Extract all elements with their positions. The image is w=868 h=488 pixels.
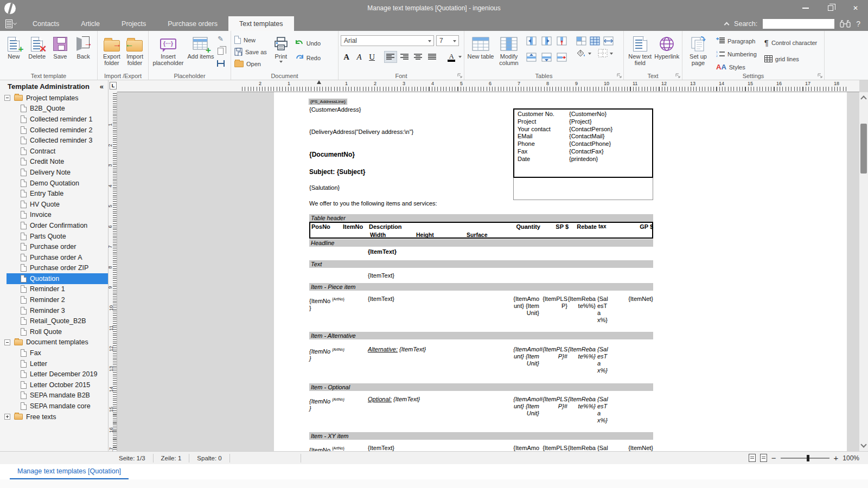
zoom-slider[interactable] bbox=[781, 458, 829, 459]
align-right-button[interactable] bbox=[398, 51, 411, 63]
scroll-down-icon[interactable] bbox=[860, 441, 866, 447]
bottom-tab-active[interactable]: Manage text templates [Quotation] bbox=[10, 465, 129, 479]
band-piece-item[interactable]: Item - Piece item bbox=[309, 283, 653, 291]
tree-item[interactable]: Reminder 2 bbox=[0, 294, 108, 305]
placeholder-document-no[interactable]: {DocumentNo} bbox=[309, 151, 355, 158]
binoculars-icon[interactable] bbox=[840, 20, 851, 28]
tree-item[interactable]: B2B_Quote bbox=[0, 104, 108, 114]
band-text[interactable]: Text bbox=[309, 260, 653, 268]
placeholder-ps-addressline[interactable]: {PS_AddressLine} bbox=[309, 99, 347, 104]
tree-item[interactable]: Parts Quote bbox=[0, 231, 108, 242]
indent-marker-icon[interactable] bbox=[317, 80, 321, 84]
hyperlink-button[interactable]: Hyperlink bbox=[654, 33, 680, 60]
tab-contacts[interactable]: Contacts bbox=[22, 16, 70, 31]
close-button[interactable]: ✕ bbox=[843, 0, 868, 16]
zoom-out-button[interactable]: − bbox=[771, 455, 776, 461]
text-dialog-launcher[interactable] bbox=[675, 73, 681, 79]
table-grid-icon[interactable] bbox=[590, 36, 600, 46]
tree-item[interactable]: Collected reminder 2 bbox=[0, 125, 108, 136]
insert-column-right-icon[interactable] bbox=[541, 36, 552, 46]
insert-column-left-icon[interactable] bbox=[526, 36, 537, 46]
restore-button[interactable] bbox=[818, 0, 843, 16]
zoom-slider-handle[interactable] bbox=[807, 455, 809, 461]
optional-item-row[interactable]: {ItemNo {ArtNo}} Optional: {ItemText} {I… bbox=[309, 396, 653, 424]
tree-item[interactable]: Retail_Quote_B2B bbox=[0, 316, 108, 326]
font-color-dropdown-icon[interactable] bbox=[458, 56, 462, 58]
tab-text-templates[interactable]: Text templates bbox=[228, 16, 294, 31]
help-icon[interactable]: ? bbox=[856, 20, 860, 28]
open-button[interactable]: Open bbox=[233, 58, 268, 69]
underline-button[interactable]: U bbox=[366, 51, 378, 63]
fill-color-dropdown-icon[interactable] bbox=[588, 53, 591, 55]
redo-button[interactable]: Redo bbox=[294, 52, 322, 63]
placeholder-salutation[interactable]: {Salutation} bbox=[309, 184, 340, 191]
edit-placeholder-icon[interactable]: ✎ bbox=[216, 34, 225, 43]
tree-item[interactable]: Reminder 3 bbox=[0, 305, 108, 316]
zoom-in-button[interactable]: + bbox=[834, 455, 839, 461]
tree-item[interactable]: Purchase order ZIP bbox=[0, 263, 108, 274]
tree-item[interactable]: SEPA mandate B2B bbox=[0, 390, 108, 401]
subject-line[interactable]: Subject: {Subject} bbox=[309, 168, 365, 176]
font-color-button[interactable]: A bbox=[446, 51, 457, 63]
print-dropdown-icon[interactable] bbox=[279, 61, 283, 63]
split-column-icon[interactable] bbox=[557, 36, 567, 46]
band-xy-item[interactable]: Item - XY item bbox=[309, 432, 653, 440]
copy-icon[interactable] bbox=[216, 47, 225, 56]
offer-line[interactable]: We offer to you the following items and … bbox=[309, 200, 437, 207]
tree-item[interactable]: Contract bbox=[0, 146, 108, 157]
tab-article[interactable]: Article bbox=[70, 16, 111, 31]
align-center-button[interactable] bbox=[412, 51, 424, 63]
save-template-button[interactable]: Save bbox=[49, 33, 72, 60]
document-new-button[interactable]: New bbox=[233, 34, 268, 46]
fit-page-icon[interactable] bbox=[749, 454, 756, 462]
numbering-button[interactable]: 12 Numbering bbox=[715, 48, 758, 60]
tree-item[interactable]: Reminder 1 bbox=[0, 284, 108, 295]
tree-item[interactable]: Letter October 2015 bbox=[0, 380, 108, 390]
spacing-icon[interactable] bbox=[216, 59, 225, 68]
insert-row-below-icon[interactable] bbox=[541, 53, 552, 62]
tree-item[interactable]: Roll Quote bbox=[0, 326, 108, 337]
align-justify-button[interactable] bbox=[425, 51, 438, 63]
tree-item[interactable]: HV Quote bbox=[0, 199, 108, 210]
collapse-node-icon[interactable] bbox=[4, 339, 10, 345]
delete-template-button[interactable]: ✕ Delete bbox=[25, 33, 49, 60]
band-alternative[interactable]: Item - Alternative bbox=[309, 332, 653, 339]
tab-stop-selector[interactable]: L bbox=[110, 82, 117, 89]
collapse-ribbon-icon[interactable] bbox=[724, 22, 730, 27]
table-header-row[interactable]: PosNo ItemNo Description Quantity SP $ R… bbox=[309, 222, 653, 239]
band-headline[interactable]: Headline bbox=[309, 239, 653, 247]
tables-dialog-launcher[interactable] bbox=[617, 73, 622, 79]
tree-item[interactable]: Credit Note bbox=[0, 157, 108, 168]
borders-dropdown-icon[interactable] bbox=[610, 53, 613, 55]
alternative-item-row[interactable]: {ItemNo {ArtNo}} Alternative: {ItemText}… bbox=[309, 346, 653, 374]
new-text-field-button[interactable]: New text field bbox=[626, 33, 654, 66]
tab-projects[interactable]: Projects bbox=[111, 16, 157, 31]
fill-color-icon[interactable] bbox=[576, 49, 586, 58]
cell-shading-icon[interactable] bbox=[576, 36, 586, 46]
collapse-node-icon[interactable] bbox=[4, 95, 10, 101]
fit-width-icon[interactable] bbox=[760, 454, 767, 462]
tree-item[interactable]: Collected reminder 1 bbox=[0, 114, 108, 125]
borders-icon[interactable] bbox=[598, 49, 608, 58]
new-template-button[interactable]: + New bbox=[2, 33, 25, 60]
collapse-panel-button[interactable]: « bbox=[100, 82, 104, 91]
column-width-icon[interactable] bbox=[603, 36, 614, 46]
tree-item[interactable]: Letter December 2019 bbox=[0, 369, 108, 380]
tree-item[interactable]: SEPA mandate core bbox=[0, 401, 108, 412]
tree-item[interactable]: Delivery Note bbox=[0, 167, 108, 178]
export-folder-button[interactable]: → Export folder bbox=[100, 33, 124, 66]
font-dialog-launcher[interactable] bbox=[457, 73, 463, 79]
text-itemtext[interactable]: {ItemText} bbox=[368, 272, 394, 279]
expand-node-icon[interactable] bbox=[4, 414, 10, 420]
align-left-button[interactable] bbox=[384, 51, 397, 63]
editor-canvas[interactable]: {PS_AddressLine} {CustomerAddress} {Deli… bbox=[117, 92, 859, 451]
tree-item[interactable]: Entry Table bbox=[0, 188, 108, 199]
v-ruler[interactable]: 1234567891011121314151617 bbox=[108, 92, 117, 451]
new-table-button[interactable]: New table bbox=[467, 33, 495, 60]
contact-info-box[interactable]: Customer No.{CustomerNo} Project{Project… bbox=[513, 108, 653, 178]
insert-row-above-icon[interactable] bbox=[526, 53, 537, 62]
tree-folder-free-texts[interactable]: Free texts bbox=[0, 412, 108, 422]
bold-button[interactable]: A bbox=[341, 51, 352, 63]
placeholder-customer-address[interactable]: {CustomerAddress} bbox=[309, 106, 361, 113]
control-character-button[interactable]: ¶ Control character bbox=[763, 37, 818, 48]
